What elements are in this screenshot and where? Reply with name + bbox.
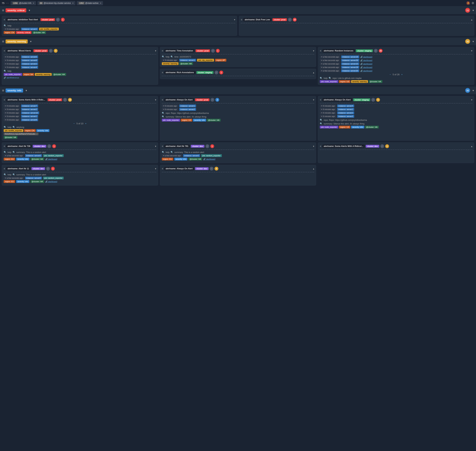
dashboard-link-4[interactable]: 🔗 dashboard <box>360 66 372 69</box>
expand-time[interactable]: ▾ <box>313 49 314 52</box>
tab-close-3[interactable]: × <box>100 2 101 5</box>
help-icon-11[interactable]: 🔍 <box>4 173 6 176</box>
grid-icon-warning[interactable]: ⊞ <box>2 40 4 43</box>
chevron-critical[interactable]: ▾ <box>29 9 30 12</box>
summary-icon-791[interactable]: 🔍 <box>171 151 173 154</box>
menu-icon-some[interactable]: ≡ <box>4 98 5 101</box>
help-icon-time[interactable]: 🔍 <box>162 56 165 58</box>
help-icon-mixed[interactable]: 🔍 <box>4 70 6 72</box>
expand-mixed[interactable]: ▾ <box>155 49 156 52</box>
check-some[interactable]: ✓ <box>63 98 67 102</box>
dashboard-11[interactable]: 🔗 dashboard <box>45 181 57 183</box>
summary-icon-739[interactable]: 🔍 <box>13 151 15 154</box>
help-icon-always-prod[interactable]: 🔍 <box>162 112 165 114</box>
help-icon-791[interactable]: 🔍 <box>162 151 165 154</box>
check-791[interactable]: ✓ <box>205 144 209 148</box>
chevron-warning[interactable]: ▾ <box>30 40 32 43</box>
collapse-warning[interactable]: ▾ <box>473 40 474 43</box>
tab-close-1[interactable]: × <box>33 2 34 5</box>
dashboard-link-5[interactable]: 🔗 dashboard <box>360 70 372 72</box>
expand-random[interactable]: ▾ <box>471 49 472 52</box>
prev-some[interactable]: − <box>73 122 75 125</box>
tab-cluster-ha[interactable]: 1356 @cluster=HA × <box>11 1 36 5</box>
check-button-disk[interactable]: ✓ <box>288 18 292 22</box>
severity-warning-badge[interactable]: severity: warning <box>6 39 28 44</box>
time-11-1: a few seconds ago <box>4 177 24 179</box>
collapse-info[interactable]: ▾ <box>473 89 474 92</box>
expand-always-dev[interactable]: ▴ <box>313 167 314 170</box>
expand-791[interactable]: ▾ <box>313 145 314 148</box>
dashboard-link-2[interactable]: 🔗 dashboard <box>360 59 372 62</box>
count-739: 1 <box>52 144 56 148</box>
check-some-dev[interactable]: ✓ <box>380 144 384 148</box>
verylong-icon[interactable]: 🔍 <box>13 126 15 128</box>
card-menu-icon[interactable]: ≡ <box>4 18 5 21</box>
expand-always-staging[interactable]: ▾ <box>471 98 472 101</box>
expand-always-prod[interactable]: ▾ <box>313 98 314 101</box>
alert-reference-link[interactable]: 🔗 alertReference <box>4 77 19 79</box>
menu-icon-rich[interactable]: ≡ <box>162 71 163 74</box>
expand-rich[interactable]: ▴ <box>313 71 314 74</box>
summary-icon-always-prod[interactable]: 🔍 <box>162 115 165 118</box>
menu-icon-always-dev[interactable]: ≡ <box>162 167 163 170</box>
check-mixed[interactable]: ✓ <box>49 49 53 53</box>
prev-page-random[interactable]: − <box>390 73 391 76</box>
menu-icon-11[interactable]: ≡ <box>4 167 5 170</box>
dots-menu[interactable]: ··· <box>6 2 9 5</box>
grid-icon-info[interactable]: ⊞ <box>2 89 4 92</box>
expand-inhibition[interactable]: ▾ <box>234 18 235 21</box>
menu-icon-always-staging[interactable]: ≡ <box>320 98 321 101</box>
check-random[interactable]: ✓ <box>374 49 378 53</box>
repo-icon-random[interactable]: 🔍 <box>329 77 331 80</box>
menu-icon-some-dev[interactable]: ≡ <box>320 145 321 148</box>
grid-icon-critical[interactable]: ⊞ <box>2 9 4 12</box>
menu-icon-time[interactable]: ≡ <box>162 49 163 52</box>
menu-icon-739[interactable]: ≡ <box>4 145 5 148</box>
severity-info-badge[interactable]: severity: info <box>6 88 23 93</box>
menu-icon-always-prod[interactable]: ≡ <box>162 98 163 101</box>
expand-some[interactable]: ▾ <box>155 98 156 101</box>
expand-739[interactable]: ▾ <box>155 145 156 148</box>
dashboard-link-1[interactable]: 🔗 dashboard <box>360 56 372 58</box>
help-icon-some[interactable]: 🔍 <box>4 126 6 128</box>
tab-state-active[interactable]: 1352 @state=active × <box>77 1 103 5</box>
help-icon-739[interactable]: 🔍 <box>4 151 6 154</box>
chevron-info[interactable]: ▾ <box>25 89 27 92</box>
check-739[interactable]: ✓ <box>47 144 51 148</box>
severity-critical-badge[interactable]: severity: critical <box>6 8 26 12</box>
tab-receiver[interactable]: 89 @receiver=by-cluster-service × <box>38 1 75 5</box>
expand-some-dev[interactable]: ▴ <box>471 145 472 148</box>
dashboard-link-3[interactable]: 🔗 dashboard <box>360 63 372 65</box>
collapse-critical[interactable]: ▾ <box>473 9 474 12</box>
gear-icon[interactable]: ⚙ <box>471 1 474 5</box>
critical-alerts-grid: ≡ alertname: Inhibition Test Alert clust… <box>0 14 476 38</box>
card-random-instances: ≡ alertname: Random Instances cluster: s… <box>318 47 474 85</box>
dashboard-739[interactable]: 🔗 dashboard <box>45 158 57 160</box>
bell-off-icon[interactable]: 🔕 <box>466 1 470 5</box>
check-time[interactable]: ✓ <box>211 49 215 53</box>
help-row-always-staging: 🔍 repo: Repo: https://github.com/prymiti… <box>320 119 472 121</box>
check-always-prod[interactable]: ✓ <box>210 98 214 102</box>
menu-icon-mixed[interactable]: ≡ <box>4 49 5 52</box>
next-page-random[interactable]: + <box>401 73 403 76</box>
check-11[interactable]: ✓ <box>46 167 50 170</box>
card-menu-icon-disk[interactable]: ≡ <box>241 18 242 21</box>
dashboard-791[interactable]: 🔗 dashboard <box>203 158 215 160</box>
check-always-dev[interactable]: ✓ <box>210 167 214 170</box>
time-always-staging-4: 9 minutes ago <box>320 115 336 118</box>
summary-icon-always-staging[interactable]: 🔍 <box>320 122 323 125</box>
tab-close-2[interactable]: × <box>72 2 74 5</box>
help-icon[interactable]: 🔍 <box>4 24 6 27</box>
summary-icon-11[interactable]: 🔍 <box>13 173 15 176</box>
help-icon-random[interactable]: 🔍 <box>320 77 323 80</box>
check-always-staging[interactable]: ✓ <box>371 98 375 102</box>
check-rich[interactable]: ✓ <box>215 71 218 75</box>
menu-icon-random[interactable]: ≡ <box>320 49 321 52</box>
time-icon[interactable]: 🔍 <box>171 56 173 58</box>
check-button-inhibition[interactable]: ✓ <box>56 18 60 22</box>
expand-11[interactable]: ▾ <box>155 167 156 170</box>
menu-icon-791[interactable]: ≡ <box>162 145 163 148</box>
help-icon-always-staging[interactable]: 🔍 <box>320 119 323 121</box>
expand-disk[interactable]: ▴ <box>471 18 472 21</box>
next-some[interactable]: + <box>85 122 86 125</box>
